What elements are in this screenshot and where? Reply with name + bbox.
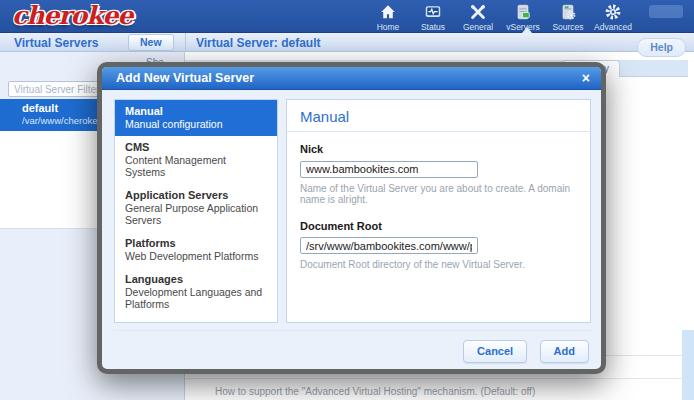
nav-label: Advanced	[594, 22, 632, 32]
help-button[interactable]: Help	[637, 38, 686, 57]
nick-input[interactable]	[300, 161, 478, 178]
wizard-item-languages[interactable]: Languages Development Languages and Plat…	[115, 268, 277, 316]
nav-label: Status	[421, 22, 445, 32]
document-root-field-label: Document Root	[300, 220, 577, 232]
sidebar-section-title: Virtual Servers	[14, 36, 99, 50]
new-virtual-server-button[interactable]: New	[128, 34, 174, 51]
method-help-text: How to support the "Advanced Virtual Hos…	[215, 386, 535, 397]
home-icon	[378, 3, 398, 21]
add-virtual-server-dialog: Add New Virtual Server × Manual Manual c…	[97, 62, 606, 374]
wizard-detail-panel: Manual Nick Name of the Virtual Server y…	[286, 99, 591, 323]
wizard-item-title: Manual	[125, 105, 267, 117]
toolbar-divider	[185, 33, 186, 52]
wizard-item-title: Platforms	[125, 237, 267, 249]
wizard-item-application-servers[interactable]: Application Servers General Purpose Appl…	[115, 184, 277, 232]
document-root-field-group: Document Root Document Root directory of…	[300, 220, 577, 271]
panel-content: Nick Name of the Virtual Server you are …	[287, 132, 590, 281]
wizard-item-title: Languages	[125, 273, 267, 285]
dialog-titlebar[interactable]: Add New Virtual Server ×	[102, 67, 601, 90]
cherokee-logo[interactable]: cherokee	[12, 1, 132, 30]
wizard-item-subtitle: Web Development Platforms	[125, 250, 267, 262]
wizard-item-subtitle: Manual configuration	[125, 118, 267, 130]
document-root-field-help: Document Root directory of the new Virtu…	[300, 259, 577, 270]
wizard-item-subtitle: Development Languages and Platforms	[125, 286, 267, 310]
dialog-title: Add New Virtual Server	[116, 71, 254, 85]
background-divider	[606, 355, 682, 356]
dialog-body: Manual Manual configuration CMS Content …	[102, 90, 601, 323]
wizard-category-list: Manual Manual configuration CMS Content …	[114, 99, 278, 323]
topbar-faint-button[interactable]	[649, 5, 683, 18]
close-icon[interactable]: ×	[582, 69, 590, 87]
nick-field-help: Name of the Virtual Server you are about…	[300, 183, 577, 205]
page-title: Virtual Server: default	[196, 36, 321, 50]
active-nav-indicator	[522, 27, 532, 33]
wizard-item-manual[interactable]: Manual Manual configuration	[115, 100, 277, 136]
nick-field-label: Nick	[300, 143, 577, 155]
nav-item-status[interactable]: Status	[411, 3, 455, 33]
cancel-button[interactable]: Cancel	[463, 340, 527, 363]
nav-item-general[interactable]: General	[456, 3, 500, 33]
wizard-item-subtitle: General Purpose Application Servers	[125, 202, 267, 226]
wizard-item-cms[interactable]: CMS Content Management Systems	[115, 136, 277, 184]
nav-item-advanced[interactable]: Advanced	[591, 3, 635, 33]
advanced-icon	[603, 3, 623, 21]
nav-label: Sources	[552, 22, 583, 32]
wizard-item-subtitle: Content Management Systems	[125, 154, 267, 178]
app-window: cherokee Home Status General	[0, 0, 694, 400]
nav-label: Home	[377, 22, 400, 32]
main-nav: Home Status General vServers	[366, 3, 636, 33]
document-root-input[interactable]	[300, 237, 478, 254]
nav-item-home[interactable]: Home	[366, 3, 410, 33]
toolbar-row: Virtual Servers New Virtual Server: defa…	[0, 33, 694, 52]
nav-item-sources[interactable]: Sources	[546, 3, 590, 33]
wizard-item-title: Web Applications	[125, 321, 267, 323]
add-button[interactable]: Add	[540, 340, 589, 363]
wizard-item-title: Application Servers	[125, 189, 267, 201]
general-icon	[468, 3, 488, 21]
wizard-item-platforms[interactable]: Platforms Web Development Platforms	[115, 232, 277, 268]
method-help-strip: How to support the "Advanced Virtual Hos…	[185, 378, 694, 400]
panel-heading: Manual	[287, 100, 590, 132]
sources-icon	[558, 3, 578, 21]
wizard-item-web-applications[interactable]: Web Applications General Purpose Applica…	[115, 316, 277, 323]
top-header-bar: cherokee Home Status General	[0, 0, 694, 33]
dialog-footer: Cancel Add	[114, 330, 591, 363]
right-edge-panel	[682, 330, 694, 400]
nav-label: General	[463, 22, 493, 32]
nick-field-group: Nick Name of the Virtual Server you are …	[300, 143, 577, 205]
wizard-item-title: CMS	[125, 141, 267, 153]
vservers-icon	[513, 3, 533, 21]
status-icon	[423, 3, 443, 21]
